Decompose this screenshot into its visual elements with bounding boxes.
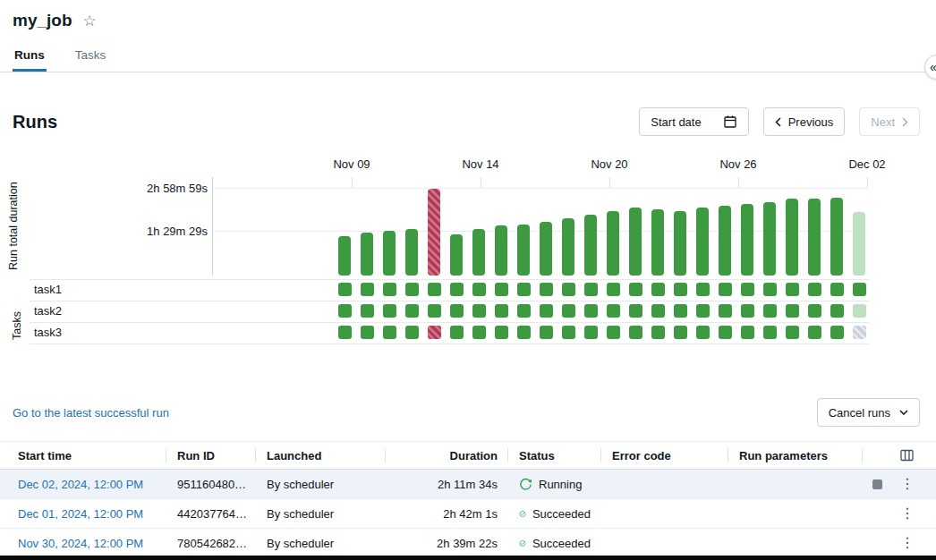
- task-cell[interactable]: [607, 326, 620, 339]
- column-header-run-id[interactable]: Run ID: [166, 442, 256, 470]
- task-cell[interactable]: [450, 326, 464, 339]
- task-cell[interactable]: [584, 304, 598, 318]
- column-header-duration[interactable]: Duration: [386, 442, 508, 470]
- task-cell[interactable]: [495, 304, 508, 318]
- run-start-time-link[interactable]: Dec 02, 2024, 12:00 PM: [18, 478, 143, 491]
- task-cell[interactable]: [383, 304, 396, 318]
- task-cell[interactable]: [338, 283, 352, 296]
- task-cell[interactable]: [607, 283, 620, 296]
- task-cell[interactable]: [338, 304, 352, 318]
- task-cell[interactable]: [495, 326, 508, 339]
- task-cell[interactable]: [853, 326, 866, 339]
- favorite-star-icon[interactable]: ☆: [83, 13, 97, 29]
- task-cell[interactable]: [450, 304, 464, 318]
- task-cell[interactable]: [853, 283, 866, 296]
- row-menu-button[interactable]: ⋮: [900, 506, 915, 521]
- row-actions-cell: ⋮: [863, 529, 936, 558]
- task-cell[interactable]: [472, 304, 486, 318]
- task-cell[interactable]: [584, 326, 598, 339]
- task-cell[interactable]: [338, 326, 352, 339]
- task-cell[interactable]: [808, 283, 821, 296]
- task-cell[interactable]: [830, 304, 844, 318]
- task-cell[interactable]: [405, 326, 419, 339]
- task-cell[interactable]: [495, 283, 508, 296]
- run-start-time-link[interactable]: Dec 01, 2024, 12:00 PM: [18, 507, 143, 521]
- task-cell[interactable]: [651, 283, 665, 296]
- task-cell[interactable]: [517, 326, 531, 339]
- task-cell[interactable]: [540, 326, 553, 339]
- tab-runs[interactable]: Runs: [13, 39, 47, 72]
- column-header-start-time[interactable]: Start time: [0, 442, 166, 470]
- task-cell[interactable]: [629, 304, 642, 318]
- task-cell[interactable]: [786, 326, 799, 339]
- task-cell[interactable]: [383, 283, 396, 296]
- task-cell[interactable]: [719, 283, 732, 296]
- tab-tasks[interactable]: Tasks: [73, 39, 108, 72]
- column-header-error-code[interactable]: Error code: [601, 442, 728, 470]
- launched-cell: By scheduler: [256, 499, 386, 529]
- task-cell[interactable]: [428, 283, 441, 296]
- task-cell[interactable]: [741, 304, 754, 318]
- task-cell[interactable]: [361, 283, 374, 296]
- cancel-runs-button[interactable]: Cancel runs: [817, 398, 920, 427]
- task-cell[interactable]: [674, 326, 687, 339]
- task-cell[interactable]: [808, 304, 821, 318]
- task-cell[interactable]: [629, 326, 642, 339]
- task-cell[interactable]: [450, 283, 464, 296]
- task-cell[interactable]: [763, 304, 777, 318]
- stop-run-button[interactable]: [872, 479, 882, 489]
- task-cell[interactable]: [428, 304, 441, 318]
- task-cell[interactable]: [472, 283, 486, 296]
- column-settings-button[interactable]: [899, 448, 915, 462]
- task-cell[interactable]: [517, 304, 531, 318]
- row-menu-button[interactable]: ⋮: [900, 536, 915, 550]
- task-cell[interactable]: [540, 283, 553, 296]
- column-header-launched[interactable]: Launched: [256, 442, 386, 470]
- task-cell[interactable]: [763, 283, 777, 296]
- task-cell[interactable]: [383, 326, 396, 339]
- task-cell[interactable]: [786, 283, 799, 296]
- table-row: Dec 01, 2024, 12:00 PM442037764…By sched…: [0, 499, 936, 529]
- task-cell[interactable]: [674, 304, 687, 318]
- task-cell[interactable]: [719, 326, 732, 339]
- task-cell[interactable]: [696, 304, 710, 318]
- task-cell[interactable]: [808, 326, 821, 339]
- task-cell[interactable]: [361, 304, 374, 318]
- start-date-button[interactable]: Start date: [639, 107, 748, 136]
- task-cell[interactable]: [540, 304, 553, 318]
- column-header-run-parameters[interactable]: Run parameters: [728, 442, 863, 470]
- task-cell[interactable]: [562, 326, 575, 339]
- task-cell[interactable]: [741, 326, 754, 339]
- task-cell[interactable]: [696, 326, 710, 339]
- previous-button[interactable]: Previous: [763, 107, 846, 136]
- status-cell: Succeeded: [508, 499, 601, 529]
- latest-successful-run-link[interactable]: Go to the latest successful run: [13, 406, 169, 420]
- row-menu-button[interactable]: ⋮: [900, 477, 915, 491]
- task-cell[interactable]: [361, 326, 374, 339]
- task-cell[interactable]: [517, 283, 531, 296]
- task-cell[interactable]: [830, 326, 844, 339]
- task-cell[interactable]: [562, 304, 575, 318]
- task-cell[interactable]: [763, 326, 777, 339]
- task-cell[interactable]: [830, 283, 844, 296]
- column-header-status[interactable]: Status: [508, 442, 601, 470]
- task-cell[interactable]: [696, 283, 710, 296]
- next-button[interactable]: Next: [859, 107, 920, 136]
- task-cell[interactable]: [405, 283, 419, 296]
- task-cell[interactable]: [472, 326, 486, 339]
- task-cell[interactable]: [562, 283, 575, 296]
- task-cell[interactable]: [584, 283, 598, 296]
- task-cell[interactable]: [741, 283, 754, 296]
- task-cell[interactable]: [607, 304, 620, 318]
- task-cell[interactable]: [629, 283, 642, 296]
- task-cell[interactable]: [719, 304, 732, 318]
- task-cell[interactable]: [405, 304, 419, 318]
- task-cell[interactable]: [853, 304, 866, 318]
- task-cell[interactable]: [651, 304, 665, 318]
- task-cell[interactable]: [428, 326, 441, 339]
- run-start-time-link[interactable]: Nov 30, 2024, 12:00 PM: [18, 537, 143, 550]
- task-cell[interactable]: [786, 304, 799, 318]
- task-cell[interactable]: [651, 326, 665, 339]
- task-cell[interactable]: [674, 283, 687, 296]
- duration-cell: 2h 42m 1s: [386, 499, 508, 529]
